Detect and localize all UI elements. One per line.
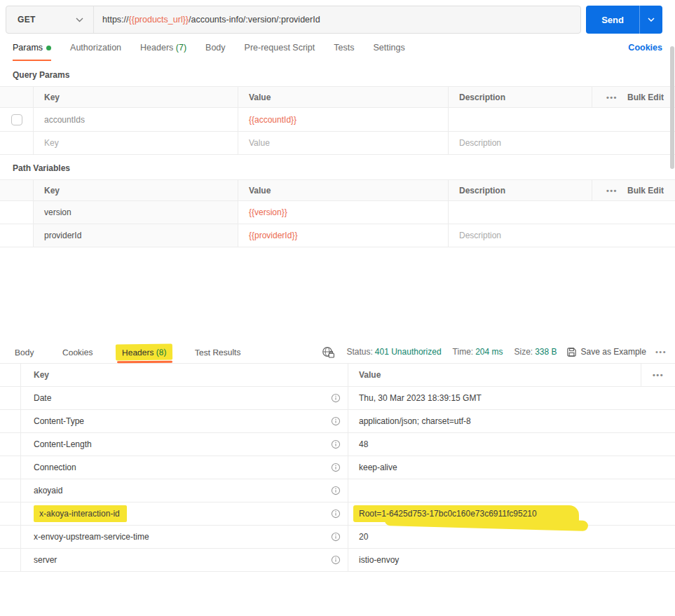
url-prefix: https:// <box>102 15 129 25</box>
pv-row-value[interactable]: {{providerId}} <box>238 224 449 247</box>
pv-header-value: Value <box>238 180 449 201</box>
info-icon[interactable] <box>331 463 341 472</box>
qp-newrow-key-input[interactable]: Key <box>34 132 238 155</box>
time-value: 204 ms <box>475 347 503 357</box>
row-gutter <box>0 479 21 502</box>
tab-settings-label: Settings <box>373 43 404 53</box>
response-tab-headers[interactable]: Headers (8) <box>116 344 172 360</box>
pv-row-description-input[interactable]: Description <box>449 224 675 247</box>
header-key: Content-Type <box>21 410 348 433</box>
info-icon[interactable] <box>331 532 341 542</box>
more-actions-icon[interactable]: ••• <box>653 371 664 379</box>
header-key-label: akoyaid <box>34 486 62 495</box>
header-key-label: Connection <box>34 463 76 472</box>
tab-body-label: Body <box>205 43 226 53</box>
row-gutter <box>0 502 21 526</box>
row-gutter <box>0 410 21 433</box>
tab-tests[interactable]: Tests <box>334 43 354 61</box>
more-actions-icon[interactable]: ••• <box>606 186 618 195</box>
size-value: 338 B <box>535 347 557 357</box>
response-tab-test-results[interactable]: Test Results <box>189 344 247 360</box>
bulk-edit-button[interactable]: Bulk Edit <box>627 93 664 102</box>
qp-row-value[interactable]: {{accountId}} <box>238 108 449 132</box>
response-tab-body-label: Body <box>15 347 34 357</box>
qp-row-description[interactable] <box>449 108 675 132</box>
tab-params-label: Params <box>13 43 43 53</box>
size-badge: Size:338 B <box>512 347 557 357</box>
path-variables-title: Path Variables <box>13 163 675 174</box>
response-toolbar: Body Cookies Headers (8) Test Results St… <box>0 341 675 363</box>
status-badge: Status:401 Unauthorized <box>344 347 441 357</box>
param-enabled-checkbox[interactable] <box>11 114 22 125</box>
qp-header-description: Description <box>449 87 592 108</box>
send-button-group: Send <box>586 6 662 34</box>
tab-headers[interactable]: Headers (7) <box>140 43 186 61</box>
send-options-button[interactable] <box>639 6 662 34</box>
url-bar: GET https://{{products_url}}/accounts-in… <box>6 6 581 34</box>
pv-row-value[interactable]: {{version}} <box>238 201 449 224</box>
header-key-label: x-envoy-upstream-service-time <box>34 532 149 542</box>
pv-row-key: version <box>34 201 238 224</box>
info-icon[interactable] <box>331 486 341 495</box>
params-active-dot <box>46 46 51 50</box>
info-icon[interactable] <box>331 509 341 519</box>
header-value: application/json; charset=utf-8 <box>348 410 675 433</box>
bulk-edit-button[interactable]: Bulk Edit <box>627 186 664 196</box>
request-tabs: Params Authorization Headers (7) Body Pr… <box>13 43 662 63</box>
row-gutter <box>0 433 21 456</box>
tab-tests-label: Tests <box>334 43 354 53</box>
url-input[interactable]: https://{{products_url}}/accounts-info/:… <box>93 6 580 33</box>
header-key: Content-Length <box>21 433 348 456</box>
header-key-label: Content-Type <box>34 416 84 426</box>
qp-newrow-value-input[interactable]: Value <box>238 132 449 155</box>
info-icon[interactable] <box>331 439 341 449</box>
tab-pre-request-script[interactable]: Pre-request Script <box>245 43 315 61</box>
tab-authorization[interactable]: Authorization <box>70 43 121 61</box>
time-label: Time: <box>453 347 474 357</box>
tab-headers-label: Headers <box>140 43 173 53</box>
qp-row-key[interactable]: accountIds <box>34 108 238 132</box>
pv-row-description[interactable] <box>449 201 675 224</box>
qp-row-gutter <box>0 108 34 132</box>
row-gutter <box>0 387 21 410</box>
send-label: Send <box>601 15 624 25</box>
tab-body[interactable]: Body <box>205 43 226 61</box>
header-key: Connection <box>21 456 348 479</box>
qp-newrow-description-input[interactable]: Description <box>449 132 675 155</box>
tab-settings[interactable]: Settings <box>373 43 404 61</box>
info-icon[interactable] <box>331 555 341 565</box>
url-row: GET https://{{products_url}}/accounts-in… <box>6 6 662 34</box>
url-variable: {{products_url}} <box>129 15 189 25</box>
query-params-table: Key Value Description ••• Bulk Edit acco… <box>0 86 675 155</box>
method-selector[interactable]: GET <box>6 6 93 33</box>
size-label: Size: <box>514 347 533 357</box>
response-tab-headers-label: Headers <box>122 347 154 357</box>
row-gutter <box>0 549 21 572</box>
headers-tab-highlight: Headers (8) <box>116 343 173 360</box>
status-value: 401 Unauthorized <box>375 347 442 357</box>
cookies-link[interactable]: Cookies <box>628 43 662 53</box>
response-tab-body[interactable]: Body <box>8 344 40 360</box>
response-meta: Status:401 Unauthorized Time:204 ms Size… <box>322 346 667 358</box>
response-tab-cookies[interactable]: Cookies <box>56 344 99 360</box>
info-icon[interactable] <box>331 416 341 426</box>
request-builder-window: GET https://{{products_url}}/accounts-in… <box>0 6 675 616</box>
header-key: server <box>21 549 348 572</box>
rt-header-actions: ••• <box>641 364 675 387</box>
more-actions-icon[interactable]: ••• <box>606 93 618 102</box>
tab-params[interactable]: Params <box>13 43 51 61</box>
header-value: istio-envoy <box>348 549 675 572</box>
vertical-scrollbar-thumb[interactable] <box>670 46 674 169</box>
qp-header-gutter <box>0 87 34 108</box>
response-headers-table: Key Value ••• Date Thu, 30 Mar 2023 18:3… <box>0 363 675 572</box>
info-icon[interactable] <box>331 393 341 403</box>
more-actions-icon[interactable]: ••• <box>655 348 667 356</box>
key-highlight: x-akoya-interaction-id <box>34 505 127 522</box>
save-as-example-button[interactable]: Save as Example <box>566 347 646 357</box>
header-key: Date <box>21 387 348 410</box>
qp-header-key: Key <box>34 87 238 108</box>
send-button[interactable]: Send <box>586 6 639 34</box>
header-key: akoyaid <box>21 479 348 502</box>
pv-row-gutter <box>0 201 34 224</box>
network-globe-icon[interactable] <box>322 346 335 358</box>
